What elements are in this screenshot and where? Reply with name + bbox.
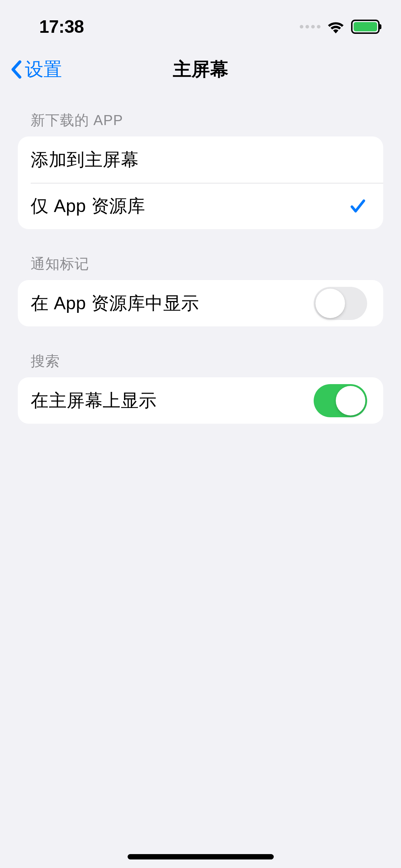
page-title: 主屏幕: [173, 57, 228, 82]
option-label: 仅 App 资源库: [31, 194, 145, 218]
section-header: 通知标记: [18, 254, 383, 280]
section-header: 搜索: [18, 351, 383, 377]
status-indicators: [300, 20, 380, 34]
section-notification-badges: 通知标记 在 App 资源库中显示: [18, 254, 383, 326]
battery-icon: [351, 20, 380, 34]
row-label: 在主屏幕上显示: [31, 389, 157, 413]
option-group: 添加到主屏幕 仅 App 资源库: [18, 136, 383, 229]
status-time: 17:38: [39, 16, 84, 37]
back-label: 设置: [25, 57, 62, 82]
checkmark-icon: [349, 197, 367, 215]
row-show-in-app-library: 在 App 资源库中显示: [18, 280, 383, 326]
section-newly-downloaded-apps: 新下载的 APP 添加到主屏幕 仅 App 资源库: [18, 110, 383, 229]
option-app-library-only[interactable]: 仅 App 资源库: [18, 183, 383, 229]
toggle-show-on-home-screen[interactable]: [314, 384, 367, 417]
row-label: 在 App 资源库中显示: [31, 291, 199, 315]
row-show-on-home-screen: 在主屏幕上显示: [18, 377, 383, 424]
wifi-icon: [327, 20, 345, 33]
status-bar: 17:38: [0, 0, 401, 46]
section-search: 搜索 在主屏幕上显示: [18, 351, 383, 424]
toggle-show-in-app-library[interactable]: [314, 287, 367, 320]
option-label: 添加到主屏幕: [31, 148, 139, 172]
option-add-to-home-screen[interactable]: 添加到主屏幕: [18, 136, 383, 183]
navigation-bar: 设置 主屏幕: [0, 46, 401, 93]
settings-content: 新下载的 APP 添加到主屏幕 仅 App 资源库 通知标记 在 App 资源库…: [0, 93, 401, 424]
toggle-group: 在 App 资源库中显示: [18, 280, 383, 326]
chevron-left-icon: [11, 60, 21, 79]
home-indicator[interactable]: [128, 854, 274, 859]
toggle-group: 在主屏幕上显示: [18, 377, 383, 424]
section-header: 新下载的 APP: [18, 110, 383, 136]
cellular-signal-icon: [300, 25, 320, 29]
back-button[interactable]: 设置: [7, 57, 62, 82]
